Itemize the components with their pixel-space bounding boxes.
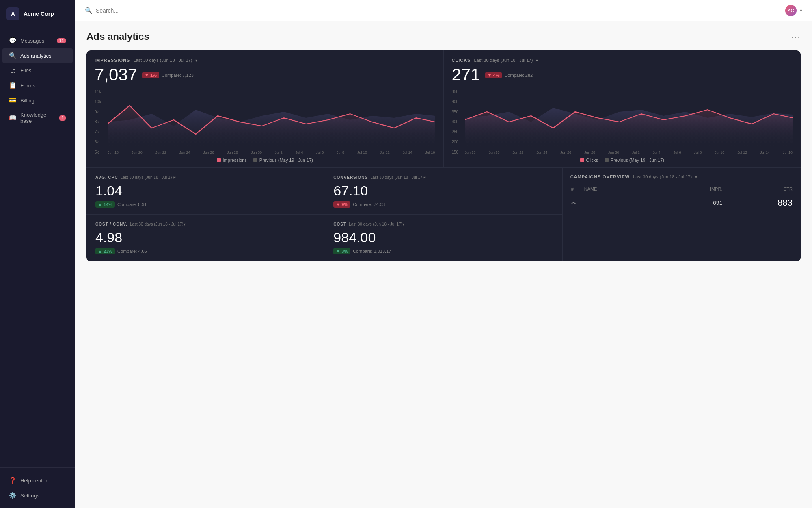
sidebar-item-knowledge-base[interactable]: 📖 Knowledge base 1 <box>2 108 73 128</box>
main-area: 🔍 AC ▾ Ads analytics ··· IMPRESSIONS Las… <box>75 0 812 508</box>
conversions-compare: Compare: 74.03 <box>353 202 385 207</box>
sidebar-item-label: Settings <box>20 493 39 499</box>
impressions-chart-area: Jun 18 Jun 20 Jun 22 Jun 24 Jun 26 Jun 2… <box>108 89 435 154</box>
sidebar-item-forms[interactable]: 📋 Forms <box>2 78 73 93</box>
sidebar-item-billing[interactable]: 💳 Billing <box>2 93 73 108</box>
more-options-button[interactable]: ··· <box>791 32 801 41</box>
clicks-value: 271 <box>452 65 480 85</box>
impressions-value: 7,037 <box>95 65 137 85</box>
sidebar-item-label: Help center <box>20 478 47 484</box>
sidebar-item-settings[interactable]: ⚙️ Settings <box>2 488 73 503</box>
impressions-metric-row: 7,037 ▼ 1% Compare: 7,123 <box>95 65 435 85</box>
avg-cpc-period: Last 30 days (Jun 18 - Jul 17) <box>121 175 174 180</box>
clicks-x-labels: Jun 18 Jun 20 Jun 22 Jun 24 Jun 26 Jun 2… <box>465 150 793 154</box>
settings-icon: ⚙️ <box>9 492 16 499</box>
impressions-panel: IMPRESSIONS Last 30 days (Jun 18 - Jul 1… <box>86 50 444 167</box>
impressions-period: Last 30 days (Jun 18 - Jul 17) <box>133 58 192 63</box>
cost-conv-value: 4.98 <box>95 230 315 245</box>
legend-clicks-previous: Previous (May 19 - Jun 17) <box>605 158 664 163</box>
legend-dot-clicks-previous <box>605 158 609 162</box>
legend-dot-previous <box>253 158 257 162</box>
brand[interactable]: A Acme Corp <box>0 0 75 28</box>
avg-cpc-change: ▲ 14% <box>95 201 115 208</box>
forms-icon: 📋 <box>9 82 16 89</box>
clicks-header: CLICKS Last 30 days (Jun 18 - Jul 17) ▾ <box>452 58 793 63</box>
clicks-y-labels: 450 400 350 300 250 200 150 <box>452 89 465 154</box>
conversions-value: 67.10 <box>333 183 553 199</box>
sidebar-item-label: Knowledge base <box>20 112 55 124</box>
clicks-period-chevron: ▾ <box>536 58 538 63</box>
sidebar-item-files[interactable]: 🗂 Files <box>2 63 73 78</box>
search-box: 🔍 <box>85 7 785 14</box>
legend-dot-current <box>217 158 221 162</box>
campaign-ctr: 883 <box>726 194 793 211</box>
sidebar-item-label: Ads analytics <box>20 53 52 59</box>
avg-cpc-footer: ▲ 14% Compare: 0.91 <box>95 201 315 208</box>
legend-impressions-current: Impressions <box>217 158 247 163</box>
campaigns-title: CAMPAIGNS OVERVIEW <box>570 174 630 179</box>
cost-conv-footer: ▲ 23% Compare: 4.06 <box>95 248 315 254</box>
sidebar-item-label: Billing <box>20 98 35 104</box>
campaign-row-1: ✂ 691 883 <box>571 194 793 211</box>
topbar: 🔍 AC ▾ <box>75 0 812 21</box>
ads-analytics-icon: 🔍 <box>9 52 16 59</box>
cost-conv-title: COST / CONV. <box>95 222 127 226</box>
legend-dot-clicks-current <box>580 158 584 162</box>
files-icon: 🗂 <box>9 67 16 74</box>
impressions-header: IMPRESSIONS Last 30 days (Jun 18 - Jul 1… <box>95 58 435 63</box>
clicks-chart-area: Jun 18 Jun 20 Jun 22 Jun 24 Jun 26 Jun 2… <box>465 89 793 154</box>
campaigns-panel: CAMPAIGNS OVERVIEW Last 30 days (Jun 18 … <box>563 168 801 261</box>
col-name: NAME <box>584 185 641 193</box>
impressions-x-labels: Jun 18 Jun 20 Jun 22 Jun 24 Jun 26 Jun 2… <box>108 150 435 154</box>
sidebar-item-label: Files <box>20 67 31 74</box>
search-input[interactable] <box>96 7 218 14</box>
campaigns-header-row: # NAME IMPR. CTR <box>571 185 793 193</box>
sidebar-bottom: ❓ Help center ⚙️ Settings <box>0 467 75 508</box>
page-title: Ads analytics <box>86 31 149 42</box>
campaigns-tbody: ✂ 691 883 <box>571 194 793 211</box>
impressions-title: IMPRESSIONS <box>95 58 130 63</box>
avatar: AC <box>785 5 797 16</box>
impressions-compare: Compare: 7,123 <box>162 73 194 78</box>
avg-cpc-value: 1.04 <box>95 183 315 199</box>
messages-badge: 11 <box>57 38 66 43</box>
cost-footer: ▼ 3% Compare: 1,013.17 <box>333 248 553 254</box>
campaign-icon: ✂ <box>571 194 583 211</box>
sidebar-item-ads-analytics[interactable]: 🔍 Ads analytics <box>2 48 73 63</box>
topbar-right: AC ▾ <box>785 5 802 16</box>
conversions-title: CONVERSIONS <box>333 175 368 180</box>
sidebar-item-messages[interactable]: 💬 Messages 11 <box>2 33 73 48</box>
impressions-legend: Impressions Previous (May 19 - Jun 17) <box>95 158 435 163</box>
brand-name: Acme Corp <box>24 11 54 17</box>
impressions-chart-svg <box>108 89 435 146</box>
sidebar: A Acme Corp 💬 Messages 11 🔍 Ads analytic… <box>0 0 75 508</box>
avg-cpc-header: AVG. CPC Last 30 days (Jun 18 - Jul 17) … <box>95 175 315 180</box>
cost-conv-period: Last 30 days (Jun 18 - Jul 17) <box>130 222 184 226</box>
cost-header: COST Last 30 days (Jun 18 - Jul 17) ▾ <box>333 222 553 226</box>
search-icon: 🔍 <box>85 7 93 14</box>
chevron-down-icon: ▾ <box>800 8 802 13</box>
legend-impressions-previous: Previous (May 19 - Jun 17) <box>253 158 313 163</box>
avg-cpc-title: AVG. CPC <box>95 175 118 180</box>
clicks-change: ▼ 4% <box>485 72 502 78</box>
conversions-change: ▼ 9% <box>333 201 350 208</box>
conversions-panel: CONVERSIONS Last 30 days (Jun 18 - Jul 1… <box>324 168 562 215</box>
col-num: # <box>571 185 583 193</box>
clicks-chart-svg <box>465 89 793 146</box>
conversions-header: CONVERSIONS Last 30 days (Jun 18 - Jul 1… <box>333 175 553 180</box>
avg-cpc-panel: AVG. CPC Last 30 days (Jun 18 - Jul 17) … <box>86 168 324 215</box>
cost-value: 984.00 <box>333 230 553 245</box>
clicks-legend: Clicks Previous (May 19 - Jun 17) <box>452 158 793 163</box>
page-header: Ads analytics ··· <box>86 31 801 42</box>
cost-compare: Compare: 1,013.17 <box>353 249 391 254</box>
sidebar-item-label: Forms <box>20 82 35 89</box>
campaign-impr: 691 <box>642 194 726 211</box>
sidebar-item-help[interactable]: ❓ Help center <box>2 473 73 488</box>
help-icon: ❓ <box>9 477 16 484</box>
campaigns-thead: # NAME IMPR. CTR <box>571 185 793 193</box>
clicks-period: Last 30 days (Jun 18 - Jul 17) <box>474 58 533 63</box>
impressions-period-chevron: ▾ <box>195 58 197 63</box>
cost-conv-header: COST / CONV. Last 30 days (Jun 18 - Jul … <box>95 222 315 226</box>
cost-conv-compare: Compare: 4.06 <box>117 249 147 254</box>
billing-icon: 💳 <box>9 97 16 104</box>
